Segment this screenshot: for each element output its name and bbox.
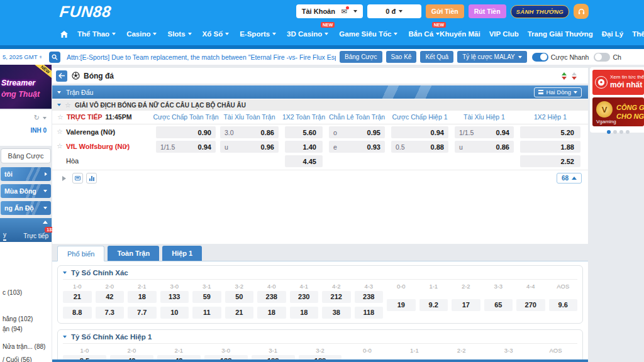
score-odds-cell[interactable]: 270	[516, 299, 545, 311]
account-dropdown[interactable]: Tài Khoản ✉	[296, 4, 363, 18]
sort-icon[interactable]	[562, 72, 567, 80]
odds-cell-hdp-h1-home[interactable]: 0.94	[391, 126, 448, 138]
score-odds-cell[interactable]: 18	[128, 291, 157, 303]
tab-ph-bi-n[interactable]: Phổ biến	[57, 246, 104, 261]
sort-icon[interactable]	[572, 72, 577, 80]
score-odds-cell[interactable]: 7.7	[128, 307, 157, 319]
odds-cell-hdp-h1-away[interactable]: 0.50.88	[391, 141, 448, 153]
home-team-name[interactable]: Valerenga (Nữ)	[66, 128, 115, 136]
collapse-icon[interactable]	[43, 221, 48, 224]
filter-item-c[interactable]: c (103)	[3, 289, 50, 296]
score-odds-cell[interactable]: 9.6	[549, 299, 578, 311]
odds-cell-ou-ft-under[interactable]: u0.96	[220, 141, 279, 153]
sidebar-tab-left[interactable]: y	[3, 231, 6, 241]
deposit-button[interactable]: Gửi Tiền	[426, 4, 464, 18]
nav-casino[interactable]: Casino	[126, 30, 157, 38]
notice-button-b-ng-c-c[interactable]: Bảng Cược	[340, 51, 382, 63]
score-odds-cell[interactable]: 50	[225, 291, 254, 303]
filter-item-h-ng[interactable]: hắng (102)	[3, 315, 50, 322]
star-icon[interactable]: ☆	[57, 114, 64, 121]
nav-x-s[interactable]: Xổ Số	[203, 30, 230, 38]
sidebar-item-ng-n[interactable]: ng Ấn Độ	[1, 201, 51, 215]
filter-item-n[interactable]: ận (94)	[3, 326, 50, 332]
quick-bet-toggle[interactable]	[532, 53, 548, 62]
withdraw-button[interactable]: Rút Tiền	[469, 4, 506, 18]
balance-dropdown[interactable]: 0 đ	[367, 4, 421, 18]
score-odds-cell[interactable]: 133	[160, 291, 189, 303]
score-odds-cell[interactable]: 65	[484, 299, 513, 311]
filter-item-n-a-tr-n[interactable]: Nửa trận... (88)	[3, 343, 50, 350]
nav-b-n-c[interactable]: Bắn CáNEW	[408, 30, 440, 38]
odds-cell-ou-h1-over[interactable]: 1/1.50.94	[455, 126, 514, 138]
tab-to-n-tr-n[interactable]: Toàn Trận	[108, 246, 159, 261]
score-odds-cell[interactable]: 238	[355, 291, 384, 303]
score-odds-cell[interactable]: 10	[160, 307, 189, 319]
score-odds-cell[interactable]: 8.8	[63, 307, 92, 319]
more-markets-button[interactable]: 68	[557, 173, 582, 184]
odds-cell-1x2-ft-draw[interactable]: 4.45	[285, 155, 323, 167]
score-section-header[interactable]: Tỷ Số Chính Xác	[63, 269, 577, 280]
nav-th-thao[interactable]: Thể Thao	[77, 30, 116, 38]
star-icon[interactable]: ☆	[65, 102, 71, 109]
notice-button-k-t-qu[interactable]: Kết Quả	[420, 51, 453, 63]
league-bar[interactable]: ☆ GIẢI VÔ ĐỊCH BÓNG ĐÁ NỮ CÁC CÂU LẠC BỘ…	[52, 99, 588, 111]
score-odds-cell[interactable]: 212	[322, 291, 351, 303]
sports-news-banner[interactable]: Xem tin tức thể tha mới nhất	[592, 70, 644, 95]
score-odds-cell[interactable]: 19	[387, 299, 416, 311]
notice-button-sao-k[interactable]: Sao Kê	[386, 51, 417, 63]
score-odds-cell[interactable]: 230	[290, 291, 319, 303]
search-button[interactable]	[49, 52, 60, 63]
expand-arrow-icon[interactable]	[58, 173, 69, 184]
score-odds-cell[interactable]: 118	[355, 307, 384, 319]
display-mode-dropdown[interactable]: Hai Dòng	[534, 87, 582, 97]
support-button[interactable]	[574, 4, 589, 19]
filter-item-cu-i[interactable]: / Cuối (56)	[3, 356, 50, 362]
odds-cell-1x2-h1-away[interactable]: 1.88	[520, 141, 580, 153]
announcement-ticker[interactable]: Attn:[E-Sports] Due to Team replacement,…	[67, 53, 336, 61]
sort-controls[interactable]	[562, 72, 577, 80]
sidebar-item-t-i[interactable]: tôi	[1, 167, 51, 181]
statistics-icon[interactable]	[86, 173, 97, 184]
vgaming-banner[interactable]: V Vgaming CÔNG GA CHO NGƯ	[592, 97, 644, 126]
odds-type-dropdown[interactable]: Tỷ lệ cược MALAY	[457, 51, 527, 63]
score-odds-cell[interactable]: 18	[257, 307, 286, 319]
star-icon[interactable]: ☆	[57, 128, 63, 135]
odds-cell-hdp-ft-away[interactable]: 1/1.50.94	[156, 141, 216, 153]
odds-cell-1x2-h1-home[interactable]: 5.20	[520, 126, 580, 138]
score-odds-cell[interactable]: 21	[63, 291, 92, 303]
back-button[interactable]	[56, 70, 67, 82]
star-icon[interactable]: ☆	[57, 143, 63, 150]
odds-cell-oe-ft-even[interactable]: e0.93	[329, 141, 385, 153]
score-odds-cell[interactable]: 238	[257, 291, 286, 303]
nav-slots[interactable]: Slots	[167, 30, 191, 38]
match-section-bar[interactable]: Trận Đấu Hai Dòng	[52, 85, 588, 99]
score-odds-cell[interactable]: 11	[192, 307, 221, 319]
nav-khuy-n-m-i[interactable]: Khuyến Mãi	[440, 30, 480, 38]
score-odds-cell[interactable]: 9.2	[419, 299, 448, 311]
nav-game-si-u-t-c[interactable]: Game Siêu Tốc	[339, 30, 397, 38]
sidebar-tab-live[interactable]: Trực tiếp 133	[23, 233, 48, 241]
odds-cell-oe-ft-odd[interactable]: o0.95	[329, 126, 385, 138]
sidebar-item-m-a-ng[interactable]: Mùa Đông	[1, 184, 51, 198]
carousel-dot[interactable]	[613, 130, 617, 134]
score-odds-cell[interactable]: 59	[192, 291, 221, 303]
refresh-icon[interactable]: ↻	[34, 114, 40, 122]
streamer-promo-banner[interactable]: NEW Streamer ờng Thuật	[0, 65, 52, 109]
odds-cell-hdp-ft-home[interactable]: 0.90	[156, 126, 216, 138]
nav-vip-club[interactable]: VIP Club	[489, 30, 519, 38]
nav-th-m[interactable]: Thêm	[632, 30, 644, 38]
nav-3d-casino[interactable]: 3D CasinoNEW	[287, 30, 328, 38]
rewards-hall-button[interactable]: SẢNH THƯỞNG	[511, 5, 569, 18]
score-odds-cell[interactable]: 38	[322, 307, 351, 319]
chevron-down-icon[interactable]	[43, 117, 47, 119]
score-odds-cell[interactable]: 18	[290, 307, 319, 319]
nav-i-l[interactable]: Đại Lý	[602, 30, 624, 38]
home-icon[interactable]	[60, 30, 69, 38]
fun88-logo[interactable]: FUN88	[58, 3, 112, 21]
bet-slip-button[interactable]: Bảng Cược	[1, 148, 51, 163]
odds-cell-1x2-h1-draw[interactable]: 2.52	[520, 155, 580, 167]
score-section-header[interactable]: Tỷ Số Chính Xác Hiệp 1	[63, 333, 577, 344]
carousel-dot[interactable]	[619, 130, 623, 134]
score-odds-cell[interactable]: 7.3	[96, 307, 125, 319]
tab-hi-p-1[interactable]: Hiệp 1	[162, 246, 202, 261]
